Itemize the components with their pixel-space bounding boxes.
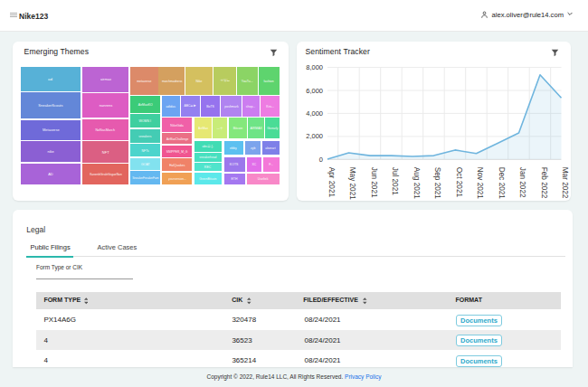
svg-text:4,000: 4,000 (306, 109, 323, 118)
svg-text:Mar 2022: Mar 2022 (561, 167, 569, 199)
svg-text:Jun 2021: Jun 2021 (369, 167, 377, 198)
svg-text:Sep 2021: Sep 2021 (433, 167, 441, 200)
svg-text:Oct 2021: Oct 2021 (454, 167, 462, 198)
svg-text:Dec 2021: Dec 2021 (497, 167, 505, 199)
svg-text:Feb 2022: Feb 2022 (539, 167, 547, 199)
svg-text:0: 0 (318, 156, 322, 164)
svg-text:Apr 2021: Apr 2021 (327, 167, 335, 198)
svg-text:8,000: 8,000 (306, 63, 323, 71)
svg-text:May 2021: May 2021 (348, 167, 356, 200)
svg-text:Jul 2021: Jul 2021 (391, 167, 399, 195)
svg-text:Aug 2021: Aug 2021 (412, 167, 420, 200)
svg-text:Jan 2022: Jan 2022 (518, 167, 526, 198)
svg-text:2,000: 2,000 (306, 132, 323, 140)
svg-text:6,000: 6,000 (306, 87, 323, 95)
svg-text:Nov 2021: Nov 2021 (476, 167, 484, 199)
